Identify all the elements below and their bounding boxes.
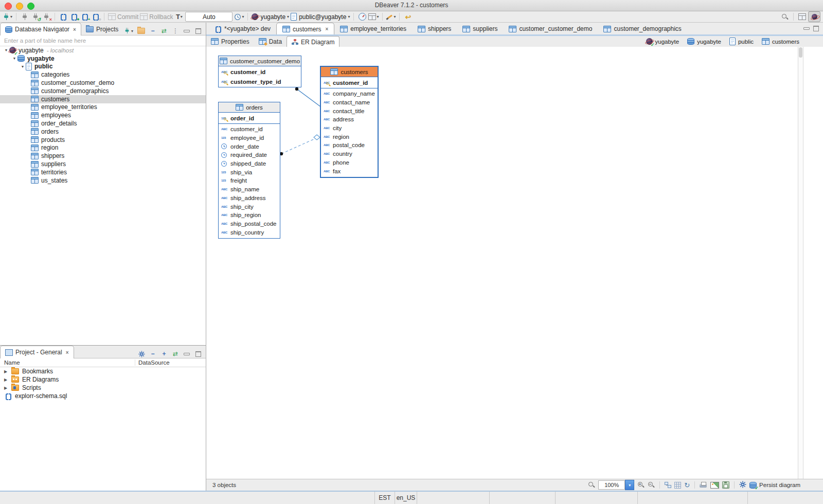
panel-tab[interactable]: Database Navigator × bbox=[0, 23, 81, 35]
open-perspective-button[interactable] bbox=[797, 12, 807, 22]
auto-layout-button[interactable] bbox=[665, 482, 671, 488]
vertical-scrollbar[interactable] bbox=[798, 47, 803, 479]
tree-row[interactable]: customer_customer_demo bbox=[0, 79, 206, 87]
new-folder-button[interactable] bbox=[137, 27, 145, 35]
entity-column-row[interactable]: address bbox=[321, 115, 378, 124]
entity-orders[interactable]: orders order_id customer_id bbox=[218, 102, 280, 239]
project-panel-tab[interactable]: Project - General × bbox=[0, 346, 74, 358]
disconnect-button[interactable]: × bbox=[42, 12, 51, 22]
editor-subtab[interactable]: ER Diagram bbox=[287, 36, 339, 47]
zoom-out-button[interactable]: − bbox=[648, 481, 655, 489]
entity-column-row[interactable]: customer_id bbox=[321, 78, 378, 87]
entity-column-row[interactable]: ship_postal_code bbox=[219, 220, 280, 228]
entity-column-row[interactable]: order_id bbox=[219, 113, 280, 123]
breadcrumb-item[interactable]: yugabyte bbox=[687, 38, 721, 45]
undo-navigation-button[interactable]: ↩ bbox=[403, 12, 413, 22]
tree-row[interactable]: orders bbox=[0, 128, 206, 136]
tree-row[interactable]: us_states bbox=[0, 176, 206, 185]
persist-diagram-button[interactable]: ✓ Persist diagram bbox=[749, 482, 800, 489]
connect-button[interactable] bbox=[20, 12, 29, 22]
entity-column-row[interactable]: city bbox=[321, 124, 378, 133]
entity-column-row[interactable]: customer_id bbox=[219, 125, 280, 134]
reconnect-button[interactable]: ↺ bbox=[31, 12, 40, 22]
maximize-view-button[interactable] bbox=[194, 350, 202, 358]
editor-tab[interactable]: customers × bbox=[276, 23, 334, 35]
tree-row[interactable]: shippers bbox=[0, 152, 206, 160]
entity-column-row[interactable]: fax bbox=[321, 167, 378, 175]
maximize-view-button[interactable] bbox=[194, 27, 202, 35]
view-menu-button[interactable]: ⋮ bbox=[172, 27, 179, 35]
zoom-fit-icon[interactable] bbox=[588, 481, 595, 489]
entity-customer-customer-demo[interactable]: customer_customer_demo customer_id custo… bbox=[218, 56, 301, 87]
entity-column-row[interactable]: ship_name bbox=[219, 185, 280, 194]
tree-row[interactable]: customers bbox=[0, 95, 206, 103]
connection-selector[interactable]: yugabyte▾ bbox=[252, 12, 289, 22]
project-row[interactable]: ▶ ER Diagrams bbox=[0, 375, 206, 384]
commit-mode-combo[interactable]: Auto bbox=[185, 12, 232, 22]
save-diagram-button[interactable] bbox=[722, 481, 729, 489]
entity-column-row[interactable]: company_name bbox=[321, 89, 378, 98]
minimize-icon[interactable] bbox=[803, 27, 810, 30]
entity-column-row[interactable]: ship_via bbox=[219, 168, 280, 176]
entity-column-row[interactable]: phone bbox=[321, 158, 378, 167]
view-layout-button[interactable]: ▾ bbox=[368, 12, 379, 22]
entity-column-row[interactable]: postal_code bbox=[321, 141, 378, 150]
collapse-all-button[interactable]: − bbox=[149, 350, 156, 358]
tree-row[interactable]: employees bbox=[0, 111, 206, 119]
link-with-editor-button[interactable]: ⇄ bbox=[160, 27, 168, 35]
project-row[interactable]: ▶ Scripts bbox=[0, 384, 206, 392]
expand-all-button[interactable]: + bbox=[160, 350, 168, 358]
editor-tab[interactable]: customer_customer_demo bbox=[503, 23, 598, 34]
project-row[interactable]: ▶ Bookmarks bbox=[0, 367, 206, 375]
minimize-view-button[interactable] bbox=[183, 350, 190, 358]
commit-button[interactable]: Commit bbox=[108, 12, 138, 22]
zoom-dropdown-button[interactable]: ▾ bbox=[625, 480, 634, 490]
entity-customers[interactable]: customers customer_id company_name bbox=[320, 66, 379, 178]
zoom-window-button[interactable] bbox=[27, 3, 34, 10]
tree-row[interactable]: order_details bbox=[0, 119, 206, 128]
tree-row[interactable]: suppliers bbox=[0, 160, 206, 168]
tree-row[interactable]: employee_territories bbox=[0, 103, 206, 112]
tree-row[interactable]: categories bbox=[0, 70, 206, 79]
entity-header[interactable]: orders bbox=[219, 102, 280, 113]
entity-column-row[interactable]: order_date bbox=[219, 142, 280, 151]
new-connection-button[interactable]: ▾ bbox=[123, 27, 133, 35]
settings-button[interactable] bbox=[138, 350, 145, 358]
entity-column-row[interactable]: contact_title bbox=[321, 106, 378, 115]
expand-arrow-icon[interactable]: ▼ bbox=[11, 57, 17, 60]
zoom-level-combo[interactable]: 100% bbox=[598, 480, 625, 490]
tree-row[interactable]: ▼ public bbox=[0, 63, 206, 71]
entity-column-row[interactable]: contact_name bbox=[321, 98, 378, 107]
close-icon[interactable]: × bbox=[325, 26, 328, 32]
entity-column-row[interactable]: employee_id bbox=[219, 134, 280, 142]
zoom-in-button[interactable]: + bbox=[637, 481, 645, 489]
entity-header[interactable]: customer_customer_demo bbox=[219, 56, 301, 66]
expand-arrow-icon[interactable]: ▶ bbox=[4, 377, 10, 382]
close-icon[interactable]: × bbox=[73, 27, 76, 32]
entity-column-row[interactable]: required_date bbox=[219, 151, 280, 159]
tree-row[interactable]: ▼ yugabyte bbox=[0, 55, 206, 63]
entity-column-row[interactable]: freight bbox=[219, 176, 280, 185]
close-window-button[interactable] bbox=[5, 3, 12, 10]
maximize-icon[interactable] bbox=[813, 26, 819, 31]
project-row[interactable]: explorr-schema.sql bbox=[0, 392, 206, 400]
minimize-window-button[interactable] bbox=[16, 3, 23, 10]
expand-arrow-icon[interactable]: ▶ bbox=[4, 386, 10, 390]
entity-column-row[interactable]: customer_type_id bbox=[219, 77, 301, 86]
editor-tab[interactable]: employee_territories bbox=[334, 23, 412, 34]
dbeaver-perspective-button[interactable] bbox=[808, 11, 820, 22]
entity-header[interactable]: customers bbox=[321, 67, 378, 77]
new-connection-button[interactable]: ▾ bbox=[3, 12, 12, 22]
entity-column-row[interactable]: ship_country bbox=[219, 228, 280, 237]
tree-row[interactable]: region bbox=[0, 144, 206, 152]
link-with-editor-button[interactable]: ⇄ bbox=[172, 350, 179, 358]
entity-column-row[interactable]: shipped_date bbox=[219, 159, 280, 168]
breadcrumb-item[interactable]: yugabyte bbox=[646, 38, 679, 45]
tree-row[interactable]: products bbox=[0, 136, 206, 144]
entity-column-row[interactable]: region bbox=[321, 132, 378, 141]
schema-selector[interactable]: public@yugabyte▾ bbox=[291, 12, 350, 22]
scrollbar-thumb[interactable] bbox=[799, 47, 802, 58]
dashboard-button[interactable] bbox=[357, 12, 367, 22]
name-column-header[interactable]: Name bbox=[0, 359, 135, 366]
editor-tab[interactable]: suppliers bbox=[457, 23, 503, 34]
